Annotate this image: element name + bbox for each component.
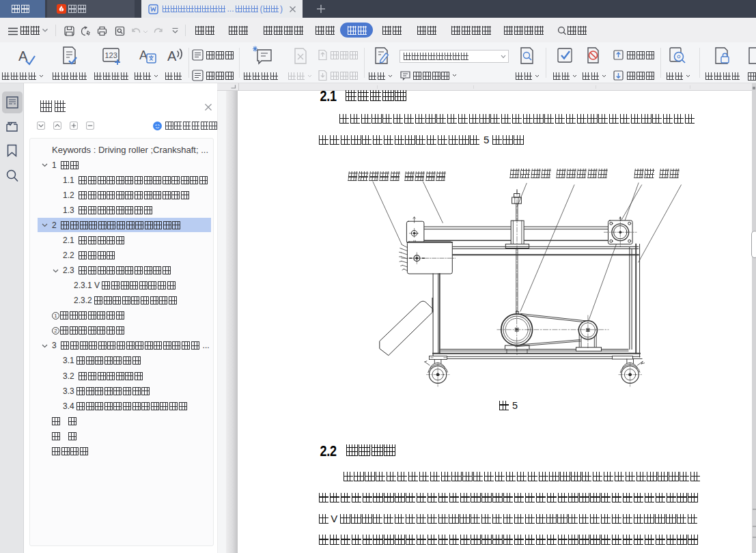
svg-text:123: 123 xyxy=(105,51,117,59)
svg-text:A: A xyxy=(167,48,177,63)
svg-text:A: A xyxy=(139,48,148,62)
